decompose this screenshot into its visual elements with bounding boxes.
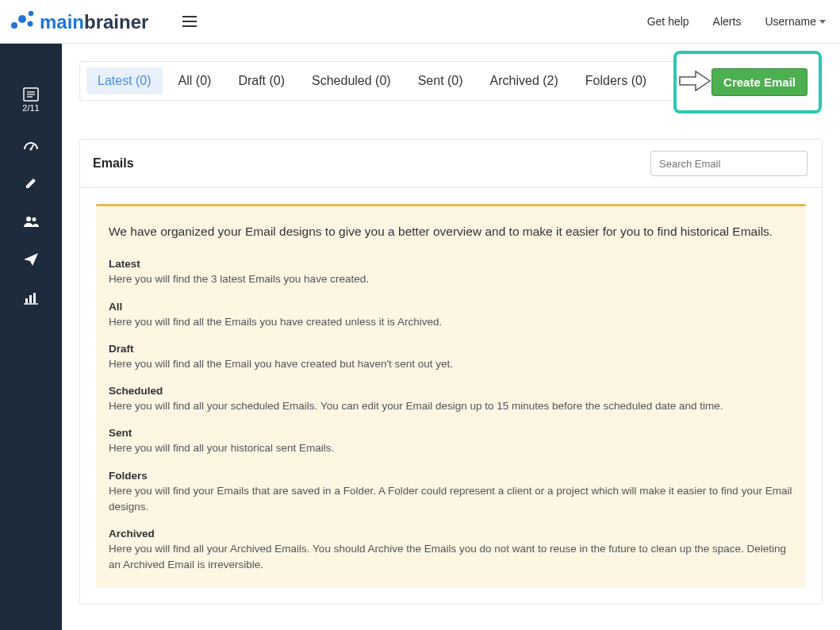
tab-archived[interactable]: Archived (2) (479, 67, 570, 94)
chevron-down-icon (819, 20, 826, 24)
tab-folders[interactable]: Folders (0) (574, 67, 658, 94)
get-help-link[interactable]: Get help (647, 15, 689, 28)
info-section-text: Here you will find the 3 latest Emails y… (109, 271, 793, 287)
tab-all[interactable]: All (0) (167, 67, 223, 94)
info-section-scheduled: Scheduled Here you will find all your sc… (109, 385, 793, 414)
svg-point-0 (11, 22, 17, 29)
user-menu[interactable]: Username (765, 15, 826, 28)
sidebar-item-checklist[interactable]: 2/11 (0, 87, 62, 113)
info-lead-text: We have organized your Email designs to … (109, 222, 793, 240)
sidebar-counter: 2/11 (0, 103, 62, 113)
svg-point-1 (18, 15, 26, 23)
create-email-button[interactable]: Create Email (712, 68, 807, 96)
svg-point-10 (30, 148, 33, 151)
info-section-folders: Folders Here you will find your Emails t… (109, 470, 793, 516)
info-section-archived: Archived Here you will find all your Arc… (109, 528, 793, 574)
info-box: We have organized your Email designs to … (96, 204, 806, 588)
svg-point-3 (28, 21, 33, 27)
sidebar-item-dashboard[interactable] (0, 138, 62, 151)
info-section-title: Sent (109, 427, 793, 439)
panel-title: Emails (93, 156, 134, 171)
alerts-link[interactable]: Alerts (713, 15, 742, 28)
info-section-text: Here you will find all the Emails you ha… (109, 314, 793, 330)
svg-point-11 (26, 217, 31, 221)
sidebar-item-reports[interactable] (0, 292, 62, 305)
main-content: Latest (0) All (0) Draft (0) Scheduled (… (62, 44, 840, 630)
info-section-text: Here you will find all your Archived Ema… (109, 541, 793, 574)
arrow-right-icon (678, 69, 712, 96)
info-section-title: Scheduled (109, 385, 793, 397)
panel-body: We have organized your Email designs to … (80, 188, 822, 604)
svg-point-2 (29, 11, 33, 16)
info-section-title: Latest (109, 258, 793, 270)
info-section-latest: Latest Here you will find the 3 latest E… (109, 258, 793, 287)
sidebar-item-edit[interactable] (0, 176, 62, 190)
info-section-text: Here you will find all the Email you hav… (109, 356, 793, 372)
svg-rect-13 (25, 298, 28, 303)
create-email-highlight: Create Email (673, 51, 822, 113)
tab-latest[interactable]: Latest (0) (86, 67, 163, 94)
info-section-title: Archived (109, 528, 793, 540)
svg-text:mainbrainer: mainbrainer (40, 11, 148, 33)
info-section-title: All (109, 301, 793, 313)
username-label: Username (765, 15, 816, 28)
svg-rect-15 (33, 293, 36, 303)
menu-toggle-icon[interactable] (182, 16, 197, 27)
emails-panel: Emails We have organized your Email desi… (79, 139, 823, 605)
sidebar-item-contacts[interactable] (0, 216, 62, 227)
logo[interactable]: mainbrainer (6, 8, 167, 35)
info-section-title: Folders (109, 470, 793, 482)
sidebar-item-send[interactable] (0, 252, 62, 267)
info-section-text: Here you will find all your scheduled Em… (109, 398, 793, 414)
info-section-sent: Sent Here you will find all your histori… (109, 427, 793, 456)
panel-header: Emails (80, 140, 822, 188)
tabs-bar: Latest (0) All (0) Draft (0) Scheduled (… (79, 61, 823, 101)
info-section-draft: Draft Here you will find all the Email y… (109, 343, 793, 372)
info-section-text: Here you will find all your historical s… (109, 440, 793, 456)
app-header: mainbrainer Get help Alerts Username (0, 0, 840, 44)
sidebar: 2/11 (0, 44, 62, 630)
info-section-text: Here you will find your Emails that are … (109, 483, 793, 516)
info-section-all: All Here you will find all the Emails yo… (109, 301, 793, 330)
svg-marker-17 (680, 71, 710, 90)
tab-draft[interactable]: Draft (0) (227, 67, 296, 94)
header-left: mainbrainer (6, 8, 197, 35)
info-section-title: Draft (109, 343, 793, 355)
svg-rect-14 (29, 295, 32, 303)
tab-sent[interactable]: Sent (0) (407, 67, 474, 94)
search-input[interactable] (650, 151, 807, 176)
svg-point-12 (33, 217, 36, 221)
tab-scheduled[interactable]: Scheduled (0) (301, 67, 402, 94)
header-right: Get help Alerts Username (647, 15, 826, 28)
